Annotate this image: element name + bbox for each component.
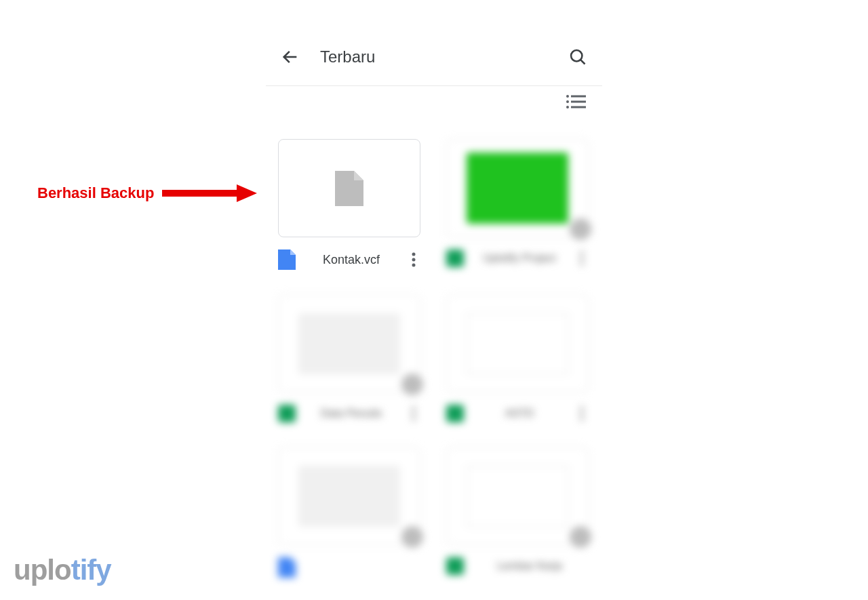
list-view-button[interactable] (566, 94, 586, 109)
sheets-icon (446, 249, 464, 267)
search-button[interactable] (561, 41, 594, 73)
file-more-button[interactable] (575, 251, 589, 266)
file-type-icon (278, 249, 296, 270)
file-name-label: Lembar Kerja (471, 560, 589, 572)
svg-line-4 (580, 60, 585, 64)
file-card-blurred[interactable]: Uplotify Project (446, 139, 589, 270)
generic-file-icon (335, 171, 363, 206)
svg-rect-6 (571, 96, 586, 98)
page-title: Terbaru (320, 47, 561, 66)
file-info-row: Lembar Kerja (446, 557, 589, 575)
file-card-blurred[interactable] (278, 447, 420, 578)
svg-point-19 (412, 418, 416, 421)
sheets-icon (278, 405, 296, 422)
back-button[interactable] (274, 41, 307, 73)
watermark-logo: uplotify (14, 554, 111, 586)
more-vert-icon (580, 251, 584, 266)
file-thumbnail (446, 294, 589, 393)
svg-rect-8 (571, 101, 586, 103)
svg-marker-1 (237, 184, 257, 202)
file-name-label: Data Penulis (302, 407, 400, 420)
more-vert-icon (412, 252, 416, 267)
file-more-button[interactable] (407, 406, 420, 421)
file-thumbnail (278, 294, 420, 393)
file-grid: Kontak.vcf Uplotify Project (266, 120, 602, 597)
arrow-left-icon (281, 47, 300, 66)
svg-point-17 (412, 407, 416, 410)
file-thumbnail (446, 139, 589, 237)
svg-point-3 (571, 50, 582, 61)
sheets-icon (446, 405, 464, 422)
svg-point-14 (580, 252, 584, 255)
list-icon (566, 94, 586, 109)
sheets-icon (446, 557, 464, 575)
file-more-button[interactable] (407, 252, 420, 267)
search-icon (568, 47, 587, 66)
watermark-part2: tify (71, 554, 111, 586)
svg-point-5 (566, 95, 569, 98)
file-card-kontak[interactable]: Kontak.vcf (278, 139, 420, 270)
watermark-part1: uplo (14, 554, 71, 586)
svg-point-7 (566, 100, 569, 103)
file-info-row: ASTD (446, 405, 589, 422)
file-type-icon (278, 557, 296, 578)
file-info-row: Kontak.vcf (278, 249, 420, 270)
file-name-label: ASTD (471, 407, 568, 420)
drive-recent-screen: Terbaru (266, 28, 602, 597)
file-name-label: Kontak.vcf (302, 253, 400, 267)
app-header: Terbaru (266, 28, 602, 86)
file-thumbnail (446, 447, 589, 545)
view-toggle-bar (266, 86, 602, 120)
svg-point-21 (580, 412, 584, 416)
svg-point-22 (580, 418, 584, 421)
svg-point-13 (412, 264, 416, 267)
svg-point-16 (580, 262, 584, 266)
file-info-row: Uplotify Project (446, 249, 589, 267)
file-info-row (278, 557, 420, 578)
svg-rect-10 (571, 106, 586, 108)
svg-point-18 (412, 412, 416, 416)
file-card-blurred[interactable]: Lembar Kerja (446, 447, 589, 578)
file-more-button[interactable] (575, 406, 589, 421)
file-info-row: Data Penulis (278, 405, 420, 422)
file-card-blurred[interactable]: ASTD (446, 294, 589, 422)
file-card-blurred[interactable]: Data Penulis (278, 294, 420, 422)
svg-point-15 (580, 257, 584, 260)
file-name-label: Uplotify Project (471, 252, 568, 264)
annotation-text: Berhasil Backup (37, 184, 154, 202)
svg-point-20 (580, 407, 584, 410)
svg-point-11 (412, 253, 416, 256)
more-vert-icon (412, 406, 416, 421)
annotation-callout: Berhasil Backup (37, 183, 257, 203)
file-thumbnail (278, 139, 420, 237)
svg-point-12 (412, 258, 416, 262)
svg-point-9 (566, 106, 569, 108)
arrow-right-icon (162, 183, 257, 203)
more-vert-icon (580, 406, 584, 421)
file-thumbnail (278, 447, 420, 545)
